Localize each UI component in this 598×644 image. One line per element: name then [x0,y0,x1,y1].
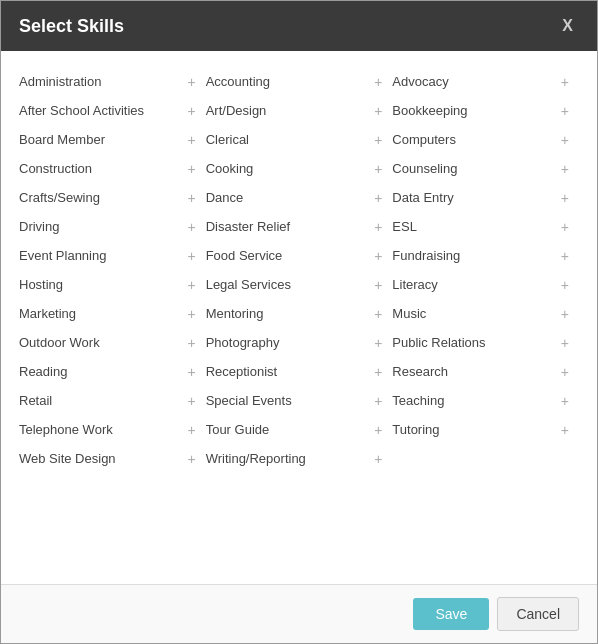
skill-item: Writing/Reporting+ [206,444,393,473]
skill-add-button[interactable]: + [368,249,388,263]
skill-item: After School Activities+ [19,96,206,125]
skill-label: Driving [19,219,181,234]
skill-item: Crafts/Sewing+ [19,183,206,212]
skill-label: Advocacy [392,74,554,89]
skill-add-button[interactable]: + [181,133,201,147]
skill-item: Literacy+ [392,270,579,299]
skill-add-button[interactable]: + [555,104,575,118]
skill-label: Computers [392,132,554,147]
skill-item: Music+ [392,299,579,328]
skill-label: Writing/Reporting [206,451,368,466]
skill-add-button[interactable]: + [555,336,575,350]
skill-label: Dance [206,190,368,205]
modal-body: Administration+Accounting+Advocacy+After… [1,51,597,584]
skill-label: Food Service [206,248,368,263]
skill-item: Advocacy+ [392,67,579,96]
skill-label: Clerical [206,132,368,147]
skill-add-button[interactable]: + [181,104,201,118]
skill-label: Accounting [206,74,368,89]
skill-add-button[interactable]: + [555,162,575,176]
skill-item: Photography+ [206,328,393,357]
skill-add-button[interactable]: + [181,307,201,321]
skills-grid: Administration+Accounting+Advocacy+After… [19,67,579,473]
skill-label: Disaster Relief [206,219,368,234]
skill-item: Administration+ [19,67,206,96]
skill-add-button[interactable]: + [555,278,575,292]
skill-item: Accounting+ [206,67,393,96]
skill-item: Fundraising+ [392,241,579,270]
skill-add-button[interactable]: + [368,307,388,321]
skill-item: Mentoring+ [206,299,393,328]
skill-add-button[interactable]: + [368,104,388,118]
skill-add-button[interactable]: + [555,191,575,205]
skill-label: Special Events [206,393,368,408]
skill-add-button[interactable]: + [368,336,388,350]
skill-label: Fundraising [392,248,554,263]
skill-item: Teaching+ [392,386,579,415]
skill-item: Board Member+ [19,125,206,154]
skill-add-button[interactable]: + [181,278,201,292]
skill-item: Marketing+ [19,299,206,328]
skill-item: Data Entry+ [392,183,579,212]
skill-item: Counseling+ [392,154,579,183]
skill-label: Teaching [392,393,554,408]
skill-item: Bookkeeping+ [392,96,579,125]
skill-add-button[interactable]: + [368,162,388,176]
skill-item: Food Service+ [206,241,393,270]
skill-label: ESL [392,219,554,234]
skill-item: Hosting+ [19,270,206,299]
skill-add-button[interactable]: + [368,220,388,234]
skill-add-button[interactable]: + [181,365,201,379]
skill-item: Retail+ [19,386,206,415]
skill-label: Legal Services [206,277,368,292]
skill-label: Public Relations [392,335,554,350]
close-button[interactable]: X [556,15,579,37]
skill-add-button[interactable]: + [181,452,201,466]
skill-label: Research [392,364,554,379]
skill-add-button[interactable]: + [181,220,201,234]
skill-label: Web Site Design [19,451,181,466]
modal-title: Select Skills [19,16,124,37]
skill-label: Hosting [19,277,181,292]
cancel-button[interactable]: Cancel [497,597,579,631]
skill-label: Crafts/Sewing [19,190,181,205]
skill-add-button[interactable]: + [181,423,201,437]
skill-add-button[interactable]: + [368,423,388,437]
skill-item: Cooking+ [206,154,393,183]
skill-add-button[interactable]: + [555,249,575,263]
skill-add-button[interactable]: + [555,423,575,437]
skill-add-button[interactable]: + [181,249,201,263]
skill-add-button[interactable]: + [181,336,201,350]
skill-label: After School Activities [19,103,181,118]
skill-add-button[interactable]: + [181,75,201,89]
skill-label: Music [392,306,554,321]
skill-add-button[interactable]: + [555,394,575,408]
skill-add-button[interactable]: + [368,133,388,147]
skill-item: Art/Design+ [206,96,393,125]
skill-add-button[interactable]: + [181,162,201,176]
skill-add-button[interactable]: + [555,75,575,89]
skill-add-button[interactable]: + [368,394,388,408]
skill-item: Construction+ [19,154,206,183]
skill-label: Outdoor Work [19,335,181,350]
skill-label: Cooking [206,161,368,176]
save-button[interactable]: Save [413,598,489,630]
skill-add-button[interactable]: + [555,307,575,321]
skill-item: Telephone Work+ [19,415,206,444]
skill-add-button[interactable]: + [555,220,575,234]
skill-add-button[interactable]: + [368,452,388,466]
skill-add-button[interactable]: + [368,278,388,292]
skill-add-button[interactable]: + [368,75,388,89]
skill-item: Disaster Relief+ [206,212,393,241]
skill-add-button[interactable]: + [181,394,201,408]
skill-add-button[interactable]: + [181,191,201,205]
skill-item: ESL+ [392,212,579,241]
skill-label: Mentoring [206,306,368,321]
skill-add-button[interactable]: + [368,191,388,205]
skill-add-button[interactable]: + [555,365,575,379]
skill-label: Marketing [19,306,181,321]
skill-label: Retail [19,393,181,408]
skill-item: Event Planning+ [19,241,206,270]
skill-add-button[interactable]: + [555,133,575,147]
skill-add-button[interactable]: + [368,365,388,379]
